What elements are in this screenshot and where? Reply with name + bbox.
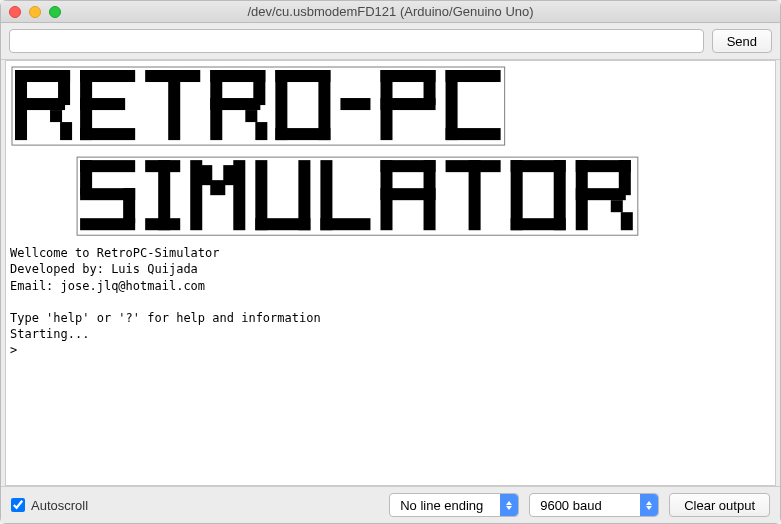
close-icon[interactable] [9, 6, 21, 18]
svg-rect-15 [253, 70, 265, 105]
console-text: Wellcome to RetroPC-Simulator Developed … [10, 245, 771, 358]
svg-rect-22 [340, 98, 370, 110]
autoscroll-label: Autoscroll [31, 498, 88, 513]
svg-rect-14 [210, 98, 260, 110]
svg-rect-2 [15, 98, 65, 110]
svg-rect-57 [511, 218, 566, 230]
baud-select[interactable]: 9600 baud [529, 493, 659, 517]
svg-rect-51 [380, 188, 435, 200]
zoom-icon[interactable] [49, 6, 61, 18]
autoscroll-toggle[interactable]: Autoscroll [11, 498, 88, 513]
svg-rect-11 [168, 70, 180, 140]
svg-rect-34 [80, 218, 135, 230]
svg-rect-45 [255, 218, 310, 230]
svg-rect-29 [446, 128, 501, 140]
svg-rect-17 [255, 122, 267, 140]
serial-input[interactable] [9, 29, 704, 53]
chevron-updown-icon [500, 494, 518, 516]
line-ending-select[interactable]: No line ending [389, 493, 519, 517]
svg-rect-60 [576, 188, 626, 200]
svg-rect-47 [320, 218, 370, 230]
clear-output-button[interactable]: Clear output [669, 493, 770, 517]
serial-monitor-window: /dev/cu.usbmodemFD121 (Arduino/Genuino U… [0, 0, 781, 524]
svg-rect-16 [245, 110, 257, 122]
ascii-art-banner [10, 65, 771, 245]
titlebar: /dev/cu.usbmodemFD121 (Arduino/Genuino U… [1, 1, 780, 23]
svg-rect-42 [210, 180, 225, 195]
svg-rect-26 [380, 98, 435, 110]
svg-rect-33 [123, 188, 135, 223]
bottombar: Autoscroll No line ending 9600 baud Clea… [1, 486, 780, 523]
traffic-lights [9, 6, 61, 18]
svg-rect-3 [58, 70, 70, 105]
send-button[interactable]: Send [712, 29, 772, 53]
svg-rect-4 [50, 110, 62, 122]
window-title: /dev/cu.usbmodemFD121 (Arduino/Genuino U… [247, 4, 533, 19]
svg-rect-9 [80, 128, 135, 140]
svg-rect-8 [80, 98, 125, 110]
svg-rect-5 [60, 122, 72, 140]
svg-rect-63 [621, 212, 633, 230]
minimize-icon[interactable] [29, 6, 41, 18]
autoscroll-checkbox[interactable] [11, 498, 25, 512]
console-output[interactable]: Wellcome to RetroPC-Simulator Developed … [5, 60, 776, 486]
line-ending-value: No line ending [400, 498, 483, 513]
svg-rect-62 [611, 200, 623, 212]
svg-rect-21 [275, 128, 330, 140]
svg-rect-61 [619, 160, 631, 195]
toolbar: Send [1, 23, 780, 60]
chevron-updown-icon [640, 494, 658, 516]
svg-rect-53 [469, 160, 481, 230]
svg-rect-37 [145, 218, 180, 230]
baud-value: 9600 baud [540, 498, 601, 513]
